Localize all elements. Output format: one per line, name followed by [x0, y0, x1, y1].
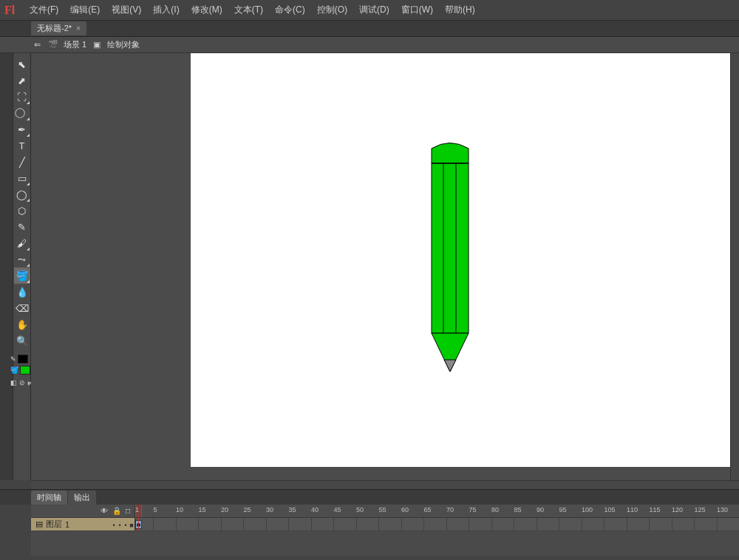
menu-帮助[interactable]: 帮助(H)	[439, 1, 481, 19]
app-logo: Fl	[4, 3, 24, 18]
pen-tool[interactable]: ✒	[14, 121, 30, 137]
eraser-tool[interactable]: ⌫	[14, 300, 30, 316]
default-colors-icon[interactable]: ◧	[10, 379, 18, 386]
color-swatches: ✎ 🪣 ◧ ⊘ ⇄	[10, 355, 34, 386]
no-color-icon[interactable]: ⊘	[18, 379, 26, 386]
layer-header-icons: 👁 🔒 □	[31, 505, 135, 517]
collapsed-panel-strip[interactable]	[0, 53, 13, 480]
menu-bar: Fl 文件(F)编辑(E)视图(V)插入(I)修改(M)文本(T)命令(C)控制…	[0, 0, 739, 21]
svg-rect-0	[432, 163, 469, 333]
pencil-swatch-icon: ✎	[10, 355, 16, 363]
lock-icon[interactable]: 🔒	[112, 507, 121, 515]
free-transform-tool[interactable]: ⛶	[14, 89, 30, 105]
close-icon[interactable]: ×	[76, 24, 81, 33]
stage-area[interactable]	[31, 53, 730, 480]
menu-窗口[interactable]: 窗口(W)	[395, 1, 439, 19]
menu-文本[interactable]: 文本(T)	[228, 1, 269, 19]
menu-命令[interactable]: 命令(C)	[269, 1, 311, 19]
lasso-tool[interactable]: ⃝	[14, 105, 30, 121]
brush-tool[interactable]: 🖌	[14, 235, 30, 251]
text-tool[interactable]: T	[14, 137, 30, 154]
selection-tool[interactable]: ⬉	[14, 56, 30, 72]
paint-bucket-tool[interactable]: 🪣	[14, 267, 30, 284]
drawing-object-label[interactable]: 绘制对象	[107, 39, 140, 50]
bottom-panel: 时间轴 输出 👁 🔒 □ 151015202530354045505560657…	[0, 489, 739, 560]
panel-tabs: 时间轴 输出	[0, 490, 739, 505]
drawing-object-icon: ▣	[91, 39, 103, 51]
tools-panel: ⬉⬈⛶⃝✒T╱▭◯⬡✎🖌⤳🪣💧⌫✋🔍 ✎ 🪣 ◧ ⊘ ⇄	[13, 53, 31, 480]
menu-修改[interactable]: 修改(M)	[185, 1, 228, 19]
rectangle-tool[interactable]: ▭	[14, 170, 30, 186]
stroke-color-swatch[interactable]	[18, 355, 28, 363]
scene-icon[interactable]: 🎬	[47, 39, 59, 51]
timeline-header: 👁 🔒 □ 1510152025303540455055606570758085…	[31, 505, 739, 518]
vertical-scrollbar[interactable]	[730, 53, 739, 480]
menu-控制[interactable]: 控制(O)	[311, 1, 353, 19]
menu-调试[interactable]: 调试(D)	[353, 1, 395, 19]
layer-name-cell[interactable]: ▤ 图层 1 •••■	[31, 518, 135, 530]
bucket-swatch-icon: 🪣	[10, 366, 18, 374]
layer-icon: ▤	[35, 519, 43, 529]
outline-icon[interactable]: □	[126, 507, 130, 515]
menu-视图[interactable]: 视图(V)	[106, 1, 147, 19]
oval-tool[interactable]: ◯	[14, 186, 30, 202]
layer-row[interactable]: ▤ 图层 1 •••■	[31, 518, 739, 531]
pencil-tool[interactable]: ✎	[14, 219, 30, 235]
keyframe[interactable]	[135, 520, 142, 529]
drawn-pencil-object[interactable]	[428, 141, 472, 378]
document-tab-title: 无标题-2*	[37, 23, 72, 34]
back-icon[interactable]: ⇐	[31, 39, 43, 51]
tab-timeline[interactable]: 时间轴	[31, 491, 67, 505]
layer-frames[interactable]	[135, 518, 739, 530]
menu-插入[interactable]: 插入(I)	[147, 1, 185, 19]
timeline-empty-area	[31, 531, 739, 556]
fill-color-swatch[interactable]	[20, 366, 30, 375]
menu-编辑[interactable]: 编辑(E)	[64, 1, 106, 19]
horizontal-scrollbar[interactable]	[31, 480, 739, 489]
zoom-tool[interactable]: 🔍	[14, 332, 30, 349]
edit-path-bar: ⇐ 🎬 场景 1 ▣ 绘制对象	[0, 37, 739, 53]
bone-tool[interactable]: ⤳	[14, 251, 30, 267]
eyedropper-tool[interactable]: 💧	[14, 284, 30, 300]
canvas[interactable]	[191, 53, 730, 467]
menu-文件[interactable]: 文件(F)	[24, 1, 64, 19]
line-tool[interactable]: ╱	[14, 154, 30, 170]
document-tab-strip: 无标题-2* ×	[0, 21, 739, 37]
polystar-tool[interactable]: ⬡	[14, 202, 30, 219]
subselect-tool[interactable]: ⬈	[14, 72, 30, 89]
frame-ruler[interactable]: 1510152025303540455055606570758085909510…	[135, 505, 739, 517]
tab-output[interactable]: 输出	[68, 491, 96, 505]
hand-tool[interactable]: ✋	[14, 316, 30, 332]
scene-label[interactable]: 场景 1	[64, 39, 86, 50]
document-tab[interactable]: 无标题-2* ×	[31, 21, 86, 35]
visibility-icon[interactable]: 👁	[101, 507, 108, 515]
